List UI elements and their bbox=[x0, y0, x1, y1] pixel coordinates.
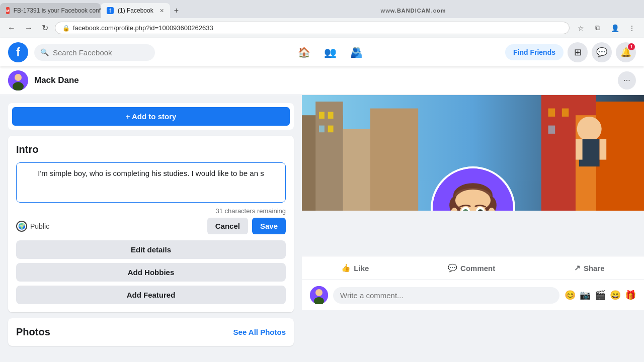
share-button[interactable]: ↗ Share bbox=[564, 259, 615, 277]
tab-close-fb[interactable]: ✕ bbox=[159, 8, 164, 14]
search-input[interactable] bbox=[53, 48, 143, 57]
commenter-avatar bbox=[310, 286, 328, 304]
share-icon: ↗ bbox=[574, 263, 581, 273]
intro-card: Intro I'm simple boy, who is completing … bbox=[8, 136, 294, 312]
left-panel: + Add to story Intro I'm simple boy, who… bbox=[0, 95, 302, 362]
svg-rect-8 bbox=[319, 112, 325, 119]
photos-title: Photos bbox=[16, 326, 50, 338]
svg-point-18 bbox=[577, 117, 602, 141]
more-options-button[interactable]: ··· bbox=[618, 71, 636, 89]
url-text: facebook.com/profile.php?id=100093600262… bbox=[73, 24, 213, 32]
add-hobbies-button[interactable]: Add Hobbies bbox=[16, 263, 286, 282]
comment-icon: 💬 bbox=[448, 263, 457, 273]
new-tab-button[interactable]: + bbox=[170, 6, 183, 15]
profile-header-bar: Mack Dane ··· bbox=[0, 66, 644, 95]
messenger-button[interactable]: 💬 bbox=[592, 42, 612, 62]
svg-rect-20 bbox=[576, 139, 583, 160]
notification-badge: 1 bbox=[628, 43, 635, 50]
edit-details-button[interactable]: Edit details bbox=[16, 240, 286, 259]
svg-rect-17 bbox=[548, 126, 555, 134]
like-icon: 👍 bbox=[341, 263, 351, 273]
photos-card: Photos See All Photos bbox=[8, 318, 294, 346]
privacy-selector[interactable]: 🌍 Public bbox=[16, 221, 49, 232]
intro-title: Intro bbox=[16, 144, 286, 155]
see-all-photos-link[interactable]: See All Photos bbox=[233, 328, 286, 336]
menu-icon[interactable]: ⋮ bbox=[625, 21, 639, 35]
bio-footer: 🌍 Public Cancel Save bbox=[16, 218, 286, 234]
forward-button[interactable]: → bbox=[22, 23, 35, 34]
fb-header: f 🔍 🏠 👥 🫂 Find Friends ⊞ 💬 🔔 1 bbox=[0, 38, 644, 66]
bookmarks-icon[interactable]: ☆ bbox=[574, 21, 588, 35]
fb-header-center: 🏠 👥 🫂 bbox=[292, 40, 368, 64]
groups-nav-button[interactable]: 🫂 bbox=[344, 40, 368, 64]
fb-logo[interactable]: f bbox=[8, 42, 28, 62]
svg-rect-15 bbox=[548, 109, 555, 117]
cancel-button[interactable]: Cancel bbox=[207, 218, 248, 234]
char-count: 31 characters remaining bbox=[16, 207, 286, 215]
address-bar-row: ← → ↻ 🔒 facebook.com/profile.php?id=1000… bbox=[0, 18, 644, 38]
like-label: Like bbox=[354, 264, 369, 273]
post-actions-bar: 👍 Like 💬 Comment ↗ Share bbox=[302, 256, 644, 280]
comment-input[interactable] bbox=[333, 287, 559, 304]
comment-button[interactable]: 💬 Comment bbox=[438, 259, 505, 277]
avatar-small-svg bbox=[8, 70, 28, 90]
camera-icon[interactable]: 📷 bbox=[580, 290, 591, 301]
gift-icon[interactable]: 🎁 bbox=[625, 290, 636, 301]
comment-label: Comment bbox=[460, 264, 495, 273]
privacy-label: Public bbox=[30, 222, 49, 230]
extension-icon[interactable]: ⧉ bbox=[591, 21, 605, 35]
profile-picture[interactable] bbox=[431, 166, 515, 211]
profile-picture-container bbox=[431, 166, 515, 211]
home-nav-button[interactable]: 🏠 bbox=[292, 40, 316, 64]
browser-tabs: M FB-17391 is your Facebook conf... ✕ f … bbox=[0, 0, 644, 18]
tab-gmail[interactable]: M FB-17391 is your Facebook conf... ✕ bbox=[0, 3, 101, 18]
svg-point-1 bbox=[15, 74, 22, 81]
search-icon: 🔍 bbox=[40, 48, 49, 56]
add-featured-button[interactable]: Add Featured bbox=[16, 286, 286, 304]
reload-button[interactable]: ↻ bbox=[39, 22, 51, 34]
right-panel: 👍 Like 💬 Comment ↗ Share bbox=[302, 95, 644, 362]
emoji-icon[interactable]: 😊 bbox=[565, 290, 576, 301]
svg-rect-9 bbox=[328, 112, 334, 119]
save-button[interactable]: Save bbox=[252, 218, 286, 234]
svg-rect-16 bbox=[562, 109, 569, 117]
svg-rect-21 bbox=[600, 139, 607, 160]
profile-name: Mack Dane bbox=[34, 75, 79, 85]
svg-rect-7 bbox=[370, 109, 418, 211]
cover-photo bbox=[302, 95, 644, 211]
lock-icon: 🔒 bbox=[62, 25, 70, 32]
tab-gmail-label: FB-17391 is your Facebook conf... bbox=[14, 7, 101, 14]
svg-point-31 bbox=[455, 190, 491, 211]
notifications-button[interactable]: 🔔 1 bbox=[616, 42, 636, 62]
tab-facebook[interactable]: f (1) Facebook ✕ bbox=[101, 3, 170, 18]
main-layout: + Add to story Intro I'm simple boy, who… bbox=[0, 95, 644, 362]
back-button[interactable]: ← bbox=[5, 23, 18, 34]
profile-avatar-small bbox=[8, 70, 28, 90]
globe-icon: 🌍 bbox=[16, 221, 27, 232]
commenter-avatar-svg bbox=[310, 286, 328, 304]
find-friends-button[interactable]: Find Friends bbox=[505, 44, 564, 60]
action-buttons-row: + Add to story bbox=[8, 103, 294, 130]
profile-header-left: Mack Dane bbox=[8, 70, 79, 90]
gif-icon[interactable]: 🎬 bbox=[595, 290, 606, 301]
browser-actions: ☆ ⧉ 👤 ⋮ bbox=[574, 21, 639, 35]
address-bar[interactable]: 🔒 facebook.com/profile.php?id=1000936002… bbox=[55, 22, 570, 34]
bandicam-banner: www.BANDICAM.com bbox=[183, 8, 644, 14]
fb-header-left: f 🔍 bbox=[8, 42, 155, 62]
gmail-icon: M bbox=[6, 7, 10, 14]
like-button[interactable]: 👍 Like bbox=[331, 259, 379, 277]
svg-point-46 bbox=[315, 289, 323, 296]
comment-icons: 😊 📷 🎬 😄 🎁 bbox=[565, 290, 636, 301]
share-label: Share bbox=[584, 264, 605, 273]
profile-icon[interactable]: 👤 bbox=[608, 21, 622, 35]
fb-header-right: Find Friends ⊞ 💬 🔔 1 bbox=[505, 42, 636, 62]
tab-facebook-label: (1) Facebook bbox=[118, 7, 153, 14]
sticker-icon[interactable]: 😄 bbox=[610, 290, 621, 301]
photos-header: Photos See All Photos bbox=[16, 326, 286, 338]
friends-nav-button[interactable]: 👥 bbox=[318, 40, 342, 64]
fb-search-bar[interactable]: 🔍 bbox=[34, 44, 155, 61]
apps-button[interactable]: ⊞ bbox=[568, 42, 588, 62]
add-to-story-button[interactable]: + Add to story bbox=[12, 107, 290, 126]
comment-section: 😊 📷 🎬 😄 🎁 bbox=[302, 280, 644, 310]
bio-textarea[interactable]: I'm simple boy, who is completing his st… bbox=[16, 162, 286, 203]
